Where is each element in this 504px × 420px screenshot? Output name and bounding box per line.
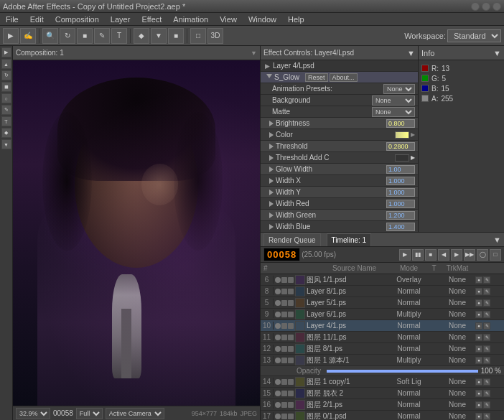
layer-eye-icon[interactable] xyxy=(275,358,281,363)
tool-misc1[interactable]: ◆ xyxy=(134,28,149,44)
view-dropdown[interactable]: Active Camera xyxy=(106,408,164,419)
switch-2[interactable]: ✎ xyxy=(483,390,490,397)
menu-edit[interactable]: Edit xyxy=(27,15,47,24)
width-green-row[interactable]: Width Green 1.200 xyxy=(261,210,418,221)
layer-solo-icon[interactable] xyxy=(281,391,287,396)
switch-1[interactable]: ● xyxy=(475,413,482,420)
switch-2[interactable]: ✎ xyxy=(483,311,490,318)
layer-lock-icon[interactable] xyxy=(288,323,294,329)
layer-trkmat[interactable]: None xyxy=(439,378,475,386)
menu-help[interactable]: Help xyxy=(285,15,307,24)
layer-mode[interactable]: Multiply xyxy=(389,356,429,364)
maximize-button[interactable] xyxy=(482,2,490,11)
tool-panel-icon8[interactable]: ◆ xyxy=(1,128,11,138)
layer-row[interactable]: 12 图层 8/1.ps Normal None ● ✎ xyxy=(261,343,504,355)
layer-eye-icon[interactable] xyxy=(275,277,281,283)
menu-layer[interactable]: Layer xyxy=(108,15,134,24)
switch-1[interactable]: ● xyxy=(475,322,482,330)
layer-solo-icon[interactable] xyxy=(281,300,287,306)
layer-row[interactable]: 6 图风 1/1.psd Overlay None ● ✎ xyxy=(261,274,504,286)
layer-mode[interactable]: Normal xyxy=(389,287,429,295)
layer-mode[interactable]: Normal xyxy=(389,322,429,330)
layer-eye-icon[interactable] xyxy=(275,414,281,419)
layer-lock-icon[interactable] xyxy=(288,414,294,419)
switch-1[interactable]: ● xyxy=(475,378,482,386)
layer-trkmat[interactable]: None xyxy=(439,276,475,284)
layer-lock-icon[interactable] xyxy=(288,277,294,283)
tool-select[interactable]: ▶ xyxy=(3,28,19,44)
tl-btn-6[interactable]: ▶▶ xyxy=(464,249,475,261)
layer-row[interactable]: 17 图层 0/1.psd Normal None ● ✎ xyxy=(261,411,504,420)
layer-eye-icon[interactable] xyxy=(275,402,281,408)
anim-presets-select[interactable]: None xyxy=(383,84,415,94)
layer-lock-icon[interactable] xyxy=(288,402,294,408)
layer-solo-icon[interactable] xyxy=(281,312,287,317)
layer-trkmat[interactable]: None xyxy=(439,333,475,341)
layer-trkmat[interactable]: None xyxy=(439,356,475,364)
color-box[interactable] xyxy=(395,131,409,139)
switch-1[interactable]: ● xyxy=(475,390,482,397)
layer-lock-icon[interactable] xyxy=(288,379,294,385)
switch-2[interactable]: ✎ xyxy=(483,413,490,420)
tool-pen[interactable]: ✎ xyxy=(94,28,110,44)
threshold-value[interactable]: 0.2800 xyxy=(386,142,415,151)
switch-1[interactable]: ● xyxy=(475,334,482,341)
tl-btn-1[interactable]: ▶ xyxy=(399,249,411,261)
glow-width-value[interactable]: 1.00 xyxy=(386,165,415,174)
color-row[interactable]: Color ▶ xyxy=(261,129,418,141)
tool-misc2[interactable]: ▼ xyxy=(151,28,167,44)
tool-misc3[interactable]: ■ xyxy=(168,28,184,44)
switch-2[interactable]: ✎ xyxy=(483,345,490,353)
layer-mode[interactable]: Normal xyxy=(389,401,429,409)
layer-mode[interactable]: Normal xyxy=(389,412,429,420)
layer-eye-icon[interactable] xyxy=(275,323,281,329)
tl-btn-2[interactable]: ▮▮ xyxy=(412,249,424,261)
tl-btn-4[interactable]: ◀ xyxy=(438,249,449,261)
layer-lock-icon[interactable] xyxy=(288,300,294,306)
matte-select[interactable]: None xyxy=(372,107,415,117)
switch-1[interactable]: ● xyxy=(475,311,482,318)
render-queue-tab[interactable]: Render Queue xyxy=(263,233,321,246)
layer-trkmat[interactable]: None xyxy=(439,345,475,353)
menu-window[interactable]: Window xyxy=(246,15,279,24)
layer-lock-icon[interactable] xyxy=(288,391,294,396)
background-row[interactable]: Background None xyxy=(261,95,418,106)
tool-panel-icon2[interactable]: ▲ xyxy=(1,59,11,69)
switch-2[interactable]: ✎ xyxy=(483,299,490,307)
layer-trkmat[interactable]: None xyxy=(439,389,475,397)
tool-3d[interactable]: 3D xyxy=(207,28,223,44)
resolution-dropdown[interactable]: Full xyxy=(76,408,103,419)
tool-rotate[interactable]: ↻ xyxy=(60,28,75,44)
layer-lock-icon[interactable] xyxy=(288,312,294,317)
width-y-row[interactable]: Width Y 1.000 xyxy=(261,187,418,198)
threshold-add-color[interactable] xyxy=(395,154,409,162)
timeline-header-menu[interactable]: ▼ xyxy=(493,235,501,244)
tool-zoom[interactable]: 🔍 xyxy=(42,28,58,44)
close-button[interactable] xyxy=(493,2,501,11)
tool-shape[interactable]: ■ xyxy=(77,28,93,44)
effect-sglow-row[interactable]: S_Glow Reset About... xyxy=(261,72,418,83)
layer-solo-icon[interactable] xyxy=(281,402,287,408)
layer-eye-icon[interactable] xyxy=(275,300,281,306)
layer-eye-icon[interactable] xyxy=(275,312,281,317)
layer-lock-icon[interactable] xyxy=(288,358,294,363)
brightness-value[interactable]: 0.800 xyxy=(386,119,415,128)
layer-solo-icon[interactable] xyxy=(281,335,287,340)
width-x-row[interactable]: Width X 1.000 xyxy=(261,175,418,187)
tool-panel-icon1[interactable]: ▶ xyxy=(1,47,11,57)
layer-trkmat[interactable]: None xyxy=(439,412,475,420)
width-red-value[interactable]: 1.000 xyxy=(386,200,415,208)
layer-trkmat[interactable]: None xyxy=(439,299,475,307)
layer-row[interactable]: 5 Layer 5/1.ps Normal None ● ✎ xyxy=(261,297,504,309)
tool-panel-icon7[interactable]: T xyxy=(1,116,11,126)
layer-row[interactable]: 16 图层 2/1.ps Normal None ● ✎ xyxy=(261,399,504,411)
layer-mode[interactable]: Normal xyxy=(389,299,429,307)
layer-mode[interactable]: Soft Lig xyxy=(389,378,429,386)
layer-eye-icon[interactable] xyxy=(275,346,281,352)
threshold-add-row[interactable]: Threshold Add C ▶ xyxy=(261,152,418,164)
menu-effect[interactable]: Effect xyxy=(139,15,164,24)
tool-panel-icon9[interactable]: ▼ xyxy=(1,139,11,149)
composition-canvas[interactable] xyxy=(13,60,260,406)
timecode-display[interactable]: 00058 xyxy=(263,248,300,261)
layer-mode[interactable]: Multiply xyxy=(389,310,429,318)
